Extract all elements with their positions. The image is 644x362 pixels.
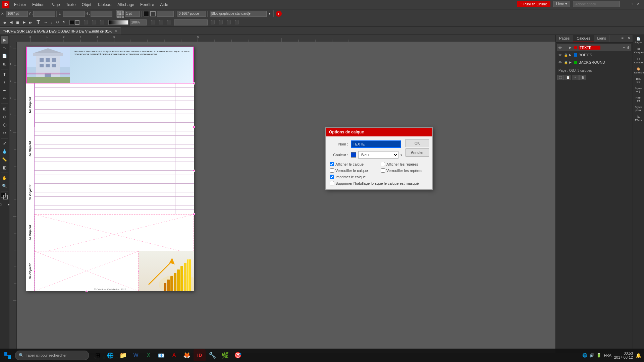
taskbar-app-indesign[interactable]: ID — [194, 349, 206, 361]
line-tool[interactable]: / — [1, 79, 8, 86]
color-arrow-icon[interactable]: ▾ — [400, 153, 402, 157]
arrow-texte[interactable]: ▶ — [569, 46, 573, 49]
alert-icon[interactable]: ! — [276, 11, 282, 17]
gradient-tool[interactable]: ◧ — [1, 164, 8, 171]
page-tool[interactable]: 📄 — [1, 52, 8, 60]
taskbar-app-edge[interactable]: 🌐 — [104, 349, 116, 361]
eye-icon-boites[interactable]: 👁 — [558, 53, 562, 57]
rect-frame-tool[interactable]: ⊞ — [1, 105, 8, 113]
align-right-btn[interactable]: ⬛ — [98, 19, 106, 26]
menu-texte[interactable]: Texte — [63, 1, 78, 8]
hand-tool[interactable]: ✋ — [1, 174, 8, 182]
taskbar-app-misc1[interactable]: 🔧 — [206, 349, 218, 361]
checkbox-afficher-calque[interactable] — [330, 162, 334, 166]
gap-tool[interactable]: ⊞ — [1, 60, 8, 68]
rotate-cw-btn[interactable]: ↻ — [61, 19, 67, 26]
align-left-btn[interactable]: ⬛ — [82, 19, 90, 26]
new-layer-btn[interactable]: + — [572, 75, 579, 80]
fill-color-swatch[interactable] — [144, 11, 149, 16]
taskbar-app-firefox[interactable]: 🦊 — [181, 349, 193, 361]
taskbar-search[interactable]: 🔍 Taper ici pour rechercher — [15, 351, 89, 360]
checkbox-verrouiller-calque[interactable] — [330, 168, 334, 173]
scissors-tool[interactable]: ✂ — [1, 129, 8, 137]
direct-select-tool[interactable]: ↖ — [1, 44, 8, 52]
play-back-btn[interactable]: ⏮ — [1, 19, 8, 26]
maximize-button[interactable]: □ — [629, 1, 635, 7]
w-input[interactable] — [63, 11, 85, 17]
tab-pages[interactable]: Pages — [556, 35, 573, 42]
flip-h-btn[interactable]: ↔ — [43, 19, 49, 26]
menu-edition[interactable]: Edition — [30, 1, 47, 8]
minimize-button[interactable]: − — [623, 1, 629, 7]
layer-row-background[interactable]: 👁 🔒 ▶ BACKGROUND — [557, 59, 631, 66]
polygon-tool[interactable]: ⬡ — [1, 121, 8, 129]
color-dropdown[interactable]: Bleu — [358, 151, 398, 159]
arrow-boites[interactable]: ▶ — [569, 53, 573, 57]
handle-s3[interactable] — [193, 170, 195, 172]
menu-fichier[interactable]: Fichier — [11, 1, 29, 8]
layer-del-icon-texte[interactable]: 🗑 — [627, 46, 630, 49]
checkbox-supprimer-habillage[interactable] — [330, 181, 334, 185]
lock-icon-boites[interactable]: 🔒 — [564, 53, 568, 57]
menu-objet[interactable]: Objet — [79, 1, 94, 8]
nom-input[interactable] — [351, 140, 401, 148]
stop-btn[interactable]: ⏹ — [14, 19, 21, 26]
checkbox-imprimer-calque[interactable] — [330, 175, 334, 179]
ok-button[interactable]: OK — [406, 139, 429, 147]
start-button[interactable] — [0, 349, 15, 362]
document-page[interactable]: INSCRIVEZ VOS OBJECTIFS, CE QU'IL VOUS F… — [26, 47, 194, 291]
object-styles-btn[interactable]: Stylesobj. — [634, 86, 644, 94]
menu-affichage[interactable]: Affichage — [115, 1, 137, 8]
doc-tab[interactable]: *FICHE SUR LES ÉTAPES DES OBJECTIFS DE V… — [0, 27, 121, 35]
free-transform-tool[interactable]: ⤢ — [1, 140, 8, 147]
taskbar-app-explorer[interactable]: 📁 — [117, 349, 129, 361]
checkbox-verrouiller-reperes[interactable] — [381, 168, 385, 173]
pencil-tool[interactable]: ✏ — [1, 95, 8, 102]
h-input[interactable] — [91, 11, 112, 17]
frame-type-input[interactable] — [210, 11, 267, 17]
eye-icon-bg[interactable]: 👁 — [558, 61, 562, 64]
type-tool-indicator[interactable]: T — [37, 19, 40, 25]
menu-aide[interactable]: Aide — [157, 1, 171, 8]
style-dropdown[interactable] — [174, 19, 208, 25]
normal-mode-btn[interactable]: □ — [0, 201, 4, 208]
step-back-btn[interactable]: ◀ — [8, 19, 14, 26]
doc-tab-close[interactable]: ✕ — [114, 29, 117, 33]
x-input[interactable] — [6, 11, 28, 17]
extra-btn-1[interactable]: ⬛ — [209, 19, 216, 26]
canvas-area[interactable]: 0 1 2 3 4 5 5 — [9, 35, 555, 353]
handle-tr[interactable] — [193, 82, 195, 84]
stroke-swatch-2[interactable] — [75, 20, 79, 25]
align-center-btn[interactable]: ⬛ — [90, 19, 98, 26]
color-gradient-bar[interactable] — [108, 20, 128, 25]
eyedropper-tool[interactable]: 💧 — [1, 148, 8, 155]
fill-swatch-2[interactable] — [69, 20, 74, 25]
lock-icon-bg[interactable]: 🔒 — [564, 61, 568, 64]
flip-v-btn[interactable]: ↕ — [50, 19, 54, 26]
text-wrap-btn[interactable]: Hab.txt — [634, 95, 644, 103]
publish-online-button[interactable]: ↑ Publish Online — [517, 1, 550, 7]
ellipse-frame-tool[interactable]: ⊙ — [1, 113, 8, 121]
stock-search-input[interactable] — [573, 1, 620, 7]
taskbar-app-acrobat[interactable]: A — [168, 349, 180, 361]
view-btn-1[interactable]: ⬛ — [149, 19, 157, 26]
checkbox-afficher-reperes[interactable] — [381, 162, 385, 166]
eye-icon-texte[interactable]: 👁 — [558, 46, 562, 50]
handle-s2[interactable] — [193, 126, 195, 128]
stroke-color-swatch[interactable] — [150, 11, 156, 16]
play-fwd-btn[interactable]: ⏭ — [28, 19, 34, 26]
tab-liens[interactable]: Liens — [594, 35, 610, 42]
extra-btn-4[interactable]: ⬛ — [233, 19, 240, 26]
type-tool[interactable]: T — [1, 71, 8, 78]
layer-row-texte[interactable]: 👁 ▶ TEXTE ✏ 🗑 — [557, 44, 631, 51]
position-input[interactable] — [177, 11, 206, 17]
measure-tool[interactable]: 📏 — [1, 156, 8, 163]
panel-close-icon[interactable]: ✕ — [626, 35, 633, 42]
zoom-tool[interactable]: 🔍 — [1, 182, 8, 190]
panel-btn-1[interactable]: ⬚ — [557, 75, 564, 80]
menu-page[interactable]: Page — [48, 1, 63, 8]
cc-libraries-btn[interactable]: Bib.CC — [634, 76, 644, 84]
cancel-button[interactable]: Annuler — [406, 148, 429, 157]
panel-btn-2[interactable]: 📋 — [565, 75, 571, 80]
para-styles-btn[interactable]: Stylespara. — [634, 105, 644, 113]
